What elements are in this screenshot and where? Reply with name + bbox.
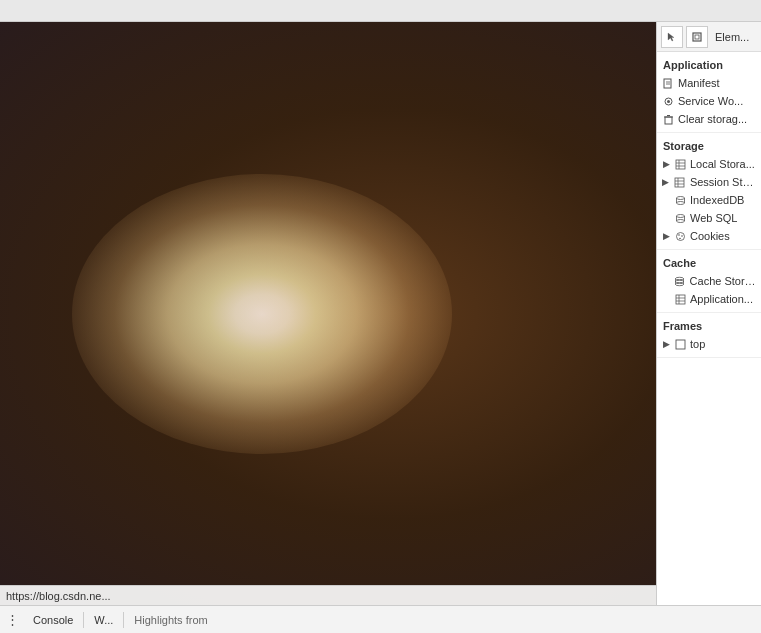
cookies-expand-icon: ▶ — [661, 231, 671, 241]
svg-rect-7 — [665, 117, 672, 124]
cache-storage-label: Cache Stora... — [690, 275, 757, 287]
cache-section-title: Cache — [657, 254, 761, 272]
svg-point-6 — [667, 100, 670, 103]
frames-section-title: Frames — [657, 317, 761, 335]
svg-point-26 — [676, 232, 684, 240]
browser-tabs-area — [4, 5, 126, 17]
session-storage-item[interactable]: ▶ Session Sto... — [657, 173, 761, 191]
web-sql-item[interactable]: Web SQL — [657, 209, 761, 227]
storage-section: Storage ▶ Local Stora... ▶ — [657, 133, 761, 250]
application-cache-item[interactable]: Application... — [657, 290, 761, 308]
svg-rect-2 — [664, 79, 671, 88]
local-storage-expand-icon: ▶ — [661, 159, 671, 169]
clear-storage-icon — [661, 112, 675, 126]
cursor-button[interactable] — [661, 26, 683, 48]
local-storage-item[interactable]: ▶ Local Stora... — [657, 155, 761, 173]
application-cache-icon — [673, 292, 687, 306]
cache-storage-expand-spacer — [661, 276, 671, 286]
session-storage-icon — [673, 175, 687, 189]
console-tab[interactable]: Console — [25, 612, 81, 628]
main-area: https://blog.csdn.ne... Elem... — [0, 22, 761, 605]
highlights-label: Highlights from — [134, 614, 207, 626]
web-sql-expand-spacer — [661, 213, 671, 223]
svg-point-21 — [676, 201, 684, 204]
storage-section-title: Storage — [657, 137, 761, 155]
indexeddb-icon — [673, 193, 687, 207]
app-cache-expand-spacer — [661, 294, 671, 304]
viewport-canvas — [0, 22, 656, 605]
frames-section: Frames ▶ top — [657, 313, 761, 358]
manifest-icon — [661, 76, 675, 90]
top-frame-label: top — [690, 338, 705, 350]
devtools-tab-elem[interactable]: Elem... — [715, 31, 749, 43]
indexeddb-item[interactable]: IndexedDB — [657, 191, 761, 209]
viewport: https://blog.csdn.ne... — [0, 22, 656, 605]
svg-rect-0 — [693, 33, 701, 41]
top-frame-item[interactable]: ▶ top — [657, 335, 761, 353]
manifest-item[interactable]: Manifest — [657, 74, 761, 92]
top-frame-expand-icon: ▶ — [661, 339, 671, 349]
svg-point-22 — [676, 214, 684, 217]
top-browser-bar — [0, 0, 761, 22]
svg-point-27 — [678, 234, 680, 236]
devtools-toolbar: Elem... — [657, 22, 761, 52]
second-tab[interactable]: W... — [86, 612, 121, 628]
svg-rect-39 — [676, 340, 685, 349]
svg-rect-14 — [675, 178, 684, 187]
cache-storage-icon — [673, 274, 687, 288]
cache-section: Cache Cache Stora... — [657, 250, 761, 313]
bottom-bar-separator-2 — [123, 612, 124, 628]
svg-point-29 — [679, 237, 681, 239]
application-section-title: Application — [657, 56, 761, 74]
manifest-label: Manifest — [678, 77, 720, 89]
url-display: https://blog.csdn.ne... — [6, 590, 111, 602]
service-worker-label: Service Wo... — [678, 95, 743, 107]
svg-point-31 — [676, 280, 684, 282]
bottom-bar-separator — [83, 612, 84, 628]
svg-rect-1 — [695, 35, 699, 39]
color-overlay — [0, 22, 656, 605]
clear-storage-label: Clear storag... — [678, 113, 747, 125]
cookies-label: Cookies — [690, 230, 730, 242]
top-frame-icon — [673, 337, 687, 351]
local-storage-icon — [673, 157, 687, 171]
web-sql-icon — [673, 211, 687, 225]
box-button[interactable] — [686, 26, 708, 48]
devtools-content: Application Manifest — [657, 52, 761, 605]
service-worker-item[interactable]: Service Wo... — [657, 92, 761, 110]
svg-point-34 — [676, 283, 684, 285]
indexeddb-label: IndexedDB — [690, 194, 744, 206]
cache-storage-item[interactable]: Cache Stora... — [657, 272, 761, 290]
bottom-bar: ⋮ Console W... Highlights from — [0, 605, 761, 633]
svg-point-30 — [676, 277, 684, 279]
viewport-status-bar: https://blog.csdn.ne... — [0, 585, 656, 605]
session-storage-label: Session Sto... — [690, 176, 757, 188]
indexeddb-expand-spacer — [661, 195, 671, 205]
svg-point-28 — [681, 235, 683, 237]
session-storage-expand-icon: ▶ — [661, 177, 671, 187]
service-worker-icon — [661, 94, 675, 108]
svg-point-18 — [676, 196, 684, 199]
svg-rect-35 — [676, 295, 685, 304]
application-section: Application Manifest — [657, 52, 761, 133]
box-icon — [691, 31, 703, 43]
cookies-item[interactable]: ▶ Cookies — [657, 227, 761, 245]
devtools-panel: Elem... Application Manifest — [656, 22, 761, 605]
local-storage-label: Local Stora... — [690, 158, 755, 170]
svg-rect-10 — [676, 160, 685, 169]
application-cache-label: Application... — [690, 293, 753, 305]
cookies-icon — [673, 229, 687, 243]
svg-point-25 — [676, 219, 684, 222]
clear-storage-item[interactable]: Clear storag... — [657, 110, 761, 128]
cursor-icon — [666, 31, 678, 43]
web-sql-label: Web SQL — [690, 212, 738, 224]
bottom-bar-menu-icon[interactable]: ⋮ — [6, 612, 19, 627]
